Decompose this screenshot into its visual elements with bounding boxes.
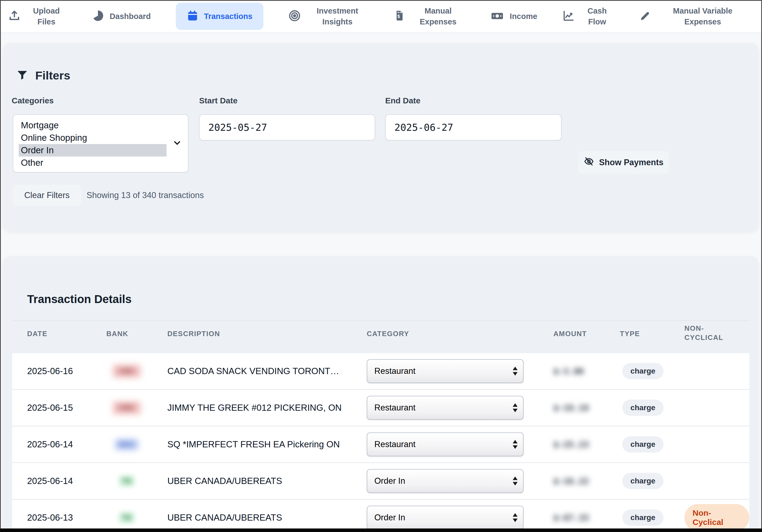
funnel-icon — [16, 69, 28, 82]
transaction-description: SQ *IMPERFECT FRESH EA Pickering ON — [167, 426, 365, 462]
transaction-rows: 2025-06-16 CIBC CAD SODA SNACK VENDING T… — [12, 353, 749, 532]
filters-title: Filters — [35, 69, 70, 82]
type-badge: charge — [622, 509, 663, 526]
category-select[interactable]: Restaurant — [367, 396, 524, 420]
transaction-amount-blurred: $-3.00 — [553, 353, 616, 389]
categories-listbox[interactable]: Mortgage Online Shopping Order In Other — [13, 114, 189, 173]
transaction-amount-blurred: $-25.23 — [553, 426, 616, 462]
category-select-value: Restaurant — [374, 366, 416, 376]
category-select[interactable]: Order In — [367, 469, 524, 493]
column-header-type: Type — [620, 330, 640, 338]
tab-label: Cash Flow — [580, 5, 614, 27]
transaction-description: CAD SODA SNACK VENDING TORONT… — [167, 353, 365, 389]
transaction-description: UBER CANADA/UBEREATS — [167, 463, 365, 499]
receipt-dollar-icon: $ — [394, 10, 406, 23]
transaction-date: 2025-06-14 — [27, 463, 100, 499]
filters-card: Filters Categories Mortgage Online Shopp… — [3, 43, 758, 231]
start-date-value: 2025-05-27 — [208, 122, 267, 133]
type-badge: charge — [622, 436, 663, 452]
tab-label: Upload Files — [26, 5, 67, 27]
tab-label: Transactions — [204, 11, 253, 22]
filters-header: Filters — [16, 69, 70, 82]
category-option-order-in[interactable]: Order In — [19, 144, 167, 157]
column-header-amount: Amount — [553, 330, 587, 338]
transaction-amount-blurred: $-16.22 — [553, 463, 616, 499]
target-icon — [288, 10, 301, 23]
transaction-details-card: Transaction Details Date Bank Descriptio… — [3, 256, 758, 532]
transaction-date: 2025-06-14 — [27, 426, 100, 462]
transaction-amount-blurred: $-67.33 — [553, 500, 616, 532]
transaction-date: 2025-06-13 — [27, 500, 100, 532]
chart-line-icon — [562, 10, 575, 23]
transaction-date: 2025-06-15 — [27, 390, 100, 426]
bank-badge: BMO — [114, 438, 139, 451]
column-header-description: Description — [167, 330, 220, 338]
tab-manual-variable-expenses[interactable]: Manual Variable Expenses — [639, 5, 749, 27]
tab-manual-expenses[interactable]: $ Manual Expenses — [394, 5, 465, 27]
chevron-down-icon — [172, 138, 182, 149]
column-header-category: Category — [367, 330, 409, 338]
categories-label: Categories — [12, 96, 54, 105]
tab-dashboard[interactable]: Dashboard — [92, 10, 151, 23]
transaction-count-text: Showing 13 of 340 transactions — [87, 185, 204, 206]
tab-cash-flow[interactable]: Cash Flow — [562, 5, 614, 27]
clear-filters-button[interactable]: Clear Filters — [13, 185, 81, 206]
category-option-mortgage[interactable]: Mortgage — [13, 119, 188, 131]
select-spinner-icon — [513, 477, 518, 486]
show-payments-button[interactable]: Show Payments — [578, 151, 669, 174]
tab-label: Dashboard — [110, 11, 151, 22]
category-select[interactable]: Restaurant — [367, 432, 524, 456]
non-cyclical-badge: Non-Cyclical — [684, 504, 749, 531]
end-date-input[interactable]: 2025-06-27 — [385, 114, 562, 140]
select-spinner-icon — [513, 440, 518, 449]
type-badge: charge — [622, 400, 663, 416]
transaction-amount-blurred: $-19.19 — [553, 390, 616, 426]
transaction-description: UBER CANADA/UBEREATS — [167, 500, 365, 532]
column-header-date: Date — [27, 330, 47, 338]
show-payments-label: Show Payments — [599, 158, 663, 167]
category-select-value: Restaurant — [374, 439, 416, 449]
bank-badge: CIBC — [112, 364, 141, 378]
svg-text:$: $ — [397, 14, 400, 19]
tab-upload-files[interactable]: Upload Files — [8, 5, 67, 27]
bank-badge: TD — [119, 475, 134, 487]
end-date-value: 2025-06-27 — [394, 122, 453, 133]
bank-badge: TD — [119, 512, 134, 523]
type-badge: charge — [622, 363, 663, 379]
select-spinner-icon — [513, 513, 518, 522]
category-select[interactable]: Order In — [367, 506, 524, 530]
banknote-icon — [490, 10, 504, 23]
pie-chart-icon — [92, 10, 104, 23]
tab-investment-insights[interactable]: Investment Insights — [288, 5, 369, 27]
type-badge: charge — [622, 473, 663, 489]
upload-icon — [8, 10, 21, 23]
top-nav: Upload Files Dashboard Transactions — [0, 0, 762, 33]
transactions-page: Upload Files Dashboard Transactions — [0, 0, 762, 532]
end-date-label: End Date — [385, 96, 420, 105]
pencil-icon — [639, 10, 650, 23]
tab-label: Income — [510, 11, 537, 22]
tab-income[interactable]: Income — [490, 10, 537, 23]
table-row: 2025-06-14 BMO SQ *IMPERFECT FRESH EA Pi… — [12, 426, 749, 463]
category-option-other[interactable]: Other — [13, 157, 188, 169]
select-spinner-icon — [513, 367, 518, 376]
tab-transactions[interactable]: Transactions — [176, 3, 264, 30]
eye-off-icon — [584, 156, 594, 169]
table-title: Transaction Details — [27, 293, 131, 306]
transaction-date: 2025-06-16 — [27, 353, 100, 389]
category-select-value: Order In — [374, 513, 405, 522]
bank-badge: CIBC — [112, 401, 141, 415]
column-header-non-cyclical: Non-Cyclical — [684, 324, 734, 342]
tab-label: Manual Expenses — [411, 5, 465, 27]
category-option-online-shopping[interactable]: Online Shopping — [13, 131, 188, 144]
category-select-value: Order In — [374, 476, 405, 486]
calendar-icon — [187, 10, 198, 23]
clear-filters-label: Clear Filters — [24, 190, 69, 200]
select-spinner-icon — [513, 404, 518, 413]
category-select-value: Restaurant — [374, 403, 416, 413]
start-date-input[interactable]: 2025-05-27 — [199, 114, 375, 140]
divider — [12, 320, 749, 321]
category-select[interactable]: Restaurant — [367, 359, 524, 383]
start-date-label: Start Date — [199, 96, 238, 105]
transaction-description: JIMMY THE GREEK #012 PICKERING, ON — [167, 390, 365, 426]
